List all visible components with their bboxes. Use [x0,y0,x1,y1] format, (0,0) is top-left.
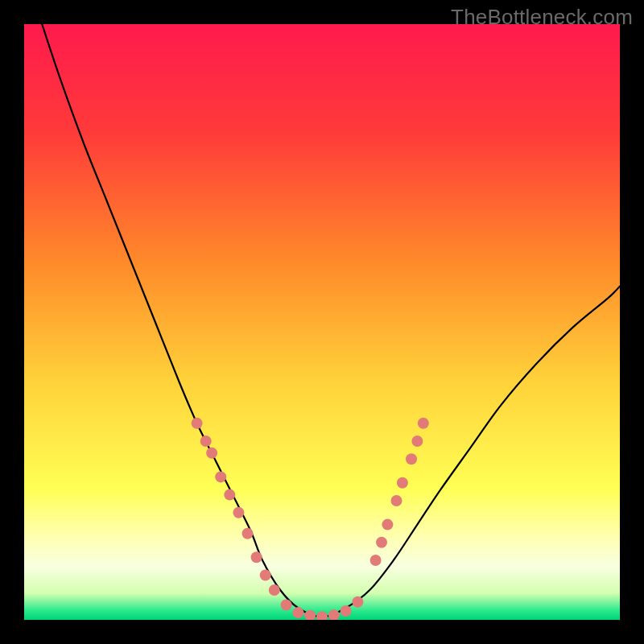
data-marker [192,418,203,429]
data-marker [242,528,254,539]
chart-svg [24,24,620,620]
data-marker [370,555,382,566]
data-marker [251,551,262,563]
data-marker [376,537,387,548]
data-marker [406,453,417,464]
data-marker [341,605,352,617]
data-marker [233,507,244,518]
data-marker [292,607,303,618]
data-marker [411,436,423,447]
data-marker [397,477,408,489]
plot-area [24,24,620,620]
data-marker [224,489,235,501]
data-marker [281,600,292,611]
data-marker [418,418,429,429]
data-marker [328,609,340,620]
data-marker [206,448,217,459]
watermark-text: TheBottleneck.com [451,5,633,30]
data-marker [215,471,226,482]
marker-group [192,418,429,620]
data-marker [260,570,271,581]
data-marker [269,584,280,596]
data-marker [316,611,328,620]
data-marker [382,519,393,530]
chart-frame: TheBottleneck.com [0,0,644,644]
data-marker [200,436,212,447]
bottleneck-curve [42,24,620,617]
data-marker [352,597,363,608]
data-marker [391,495,402,506]
